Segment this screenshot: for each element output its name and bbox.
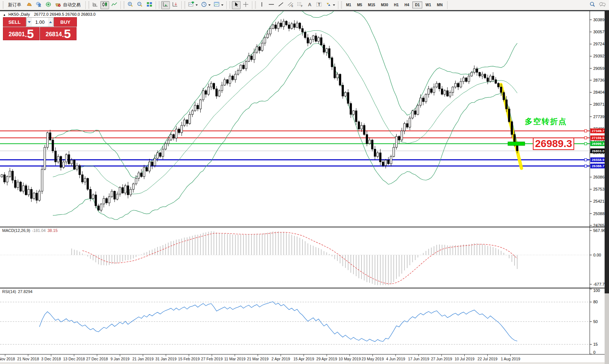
svg-text:27159.5: 27159.5	[592, 136, 605, 140]
timeframe-group: M1M5M15M30H1H4D1W1MN	[343, 1, 446, 8]
toolbar-separator	[181, 1, 182, 9]
sell-button[interactable]: SELL	[3, 17, 26, 27]
horizontal-line-icon	[268, 1, 275, 9]
svg-text:9 Nov 2018: 9 Nov 2018	[0, 357, 15, 361]
tile-windows-icon	[146, 1, 153, 9]
shapes-caret	[333, 4, 335, 6]
candlestick-chart-button[interactable]	[100, 1, 109, 9]
macd-main-value: -181.04	[32, 228, 45, 233]
periods-clock-icon	[201, 1, 207, 9]
svg-text:17 Jun 2019: 17 Jun 2019	[408, 357, 429, 361]
text-label-icon: T	[316, 1, 322, 9]
tile-windows-button[interactable]	[145, 1, 154, 9]
window-bottom-edge	[0, 362, 609, 364]
svg-text:21 Nov 2018: 21 Nov 2018	[17, 357, 39, 361]
crosshair-icon	[242, 1, 249, 9]
svg-text:100: 100	[593, 288, 600, 293]
toolbar-separator	[447, 1, 448, 9]
svg-text:26803.0: 26803.0	[592, 149, 604, 153]
timeframe-d1-button[interactable]: D1	[412, 1, 422, 8]
zoom-in-button[interactable]	[126, 1, 135, 9]
volume-stepper	[26, 17, 53, 27]
fibonacci-button[interactable]: F	[296, 1, 304, 9]
periods-button[interactable]	[200, 1, 212, 9]
horizontal-line-button[interactable]	[267, 1, 276, 9]
volume-decrease-button[interactable]	[27, 18, 32, 26]
bar-chart-button[interactable]	[91, 1, 100, 9]
toolbar-grip	[3, 1, 4, 9]
price-label-annotation[interactable]: 26989.3	[533, 138, 574, 150]
templates-caret	[221, 4, 223, 6]
svg-text:T: T	[318, 2, 320, 7]
timeframe-m5-button[interactable]: M5	[354, 1, 365, 8]
toolbar-grip	[123, 1, 125, 9]
svg-text:23 May 2019: 23 May 2019	[361, 357, 384, 361]
toolbar-grip	[341, 1, 342, 9]
timeframe-m15-button[interactable]: M15	[365, 1, 378, 8]
new-order-button[interactable]: 新订单	[5, 1, 24, 9]
rsi-pane-label: RSI(14)27.8294	[2, 289, 33, 294]
indicators-button[interactable]	[187, 1, 199, 9]
timeframe-h4-button[interactable]: H4	[402, 1, 412, 8]
toolbar-separator	[338, 1, 338, 9]
text-a-icon: A	[306, 1, 313, 9]
svg-text:27 Feb 2019: 27 Feb 2019	[201, 357, 223, 361]
text-label-button[interactable]: T	[315, 1, 323, 9]
right-scrollbar-strip[interactable]	[605, 11, 609, 293]
toolbar-separator	[85, 1, 86, 9]
svg-text:26558.9: 26558.9	[592, 158, 604, 162]
auto-trading-button[interactable]: 自动交易	[53, 1, 83, 9]
svg-text:27 Dec 2018: 27 Dec 2018	[86, 357, 108, 361]
trendline-button[interactable]	[276, 1, 285, 9]
timeframe-mn-button[interactable]: MN	[434, 1, 445, 8]
buy-price-main: 26814	[46, 29, 62, 40]
svg-text:27349.7: 27349.7	[592, 129, 604, 133]
toolbar-grip	[255, 1, 256, 9]
vertical-line-button[interactable]	[257, 1, 266, 9]
text-button[interactable]: A	[305, 1, 314, 9]
main-toolbar: 新订单 自动交易 E F A T M1M5M15M30H1H4D1W1MN	[0, 0, 609, 10]
auto-scroll-icon	[162, 1, 169, 9]
svg-text:A: A	[308, 2, 312, 7]
shapes-button[interactable]	[324, 1, 336, 9]
buy-button[interactable]: BUY	[54, 17, 77, 27]
chart-canvas[interactable]: 30389.530057.029724.529392.029059.528736…	[0, 0, 609, 364]
timeframe-w1-button[interactable]: W1	[423, 1, 434, 8]
sell-price-big: 5	[27, 27, 34, 40]
buy-price[interactable]: 26814.5	[40, 27, 77, 40]
chat-button[interactable]	[598, 1, 607, 9]
community-button[interactable]	[34, 1, 43, 9]
svg-text:0.00: 0.00	[593, 253, 601, 257]
volume-increase-button[interactable]	[48, 18, 53, 26]
svg-text:1 Aug 2019: 1 Aug 2019	[501, 357, 520, 361]
fibonacci-icon: F	[297, 1, 303, 9]
toolbar-grip	[159, 1, 160, 9]
toolbar-grip	[88, 1, 89, 9]
templates-button[interactable]	[212, 1, 224, 9]
timeframe-h1-button[interactable]: H1	[391, 1, 401, 8]
macd-pane-label: MACD(12,26,9)-181.0438.15	[2, 228, 57, 233]
one-click-trading-panel: SELL BUY 26801.5 26814.5	[3, 17, 77, 40]
crosshair-button[interactable]	[241, 1, 250, 9]
line-chart-button[interactable]	[110, 1, 119, 9]
equidistant-channel-button[interactable]: E	[286, 1, 295, 9]
timeframe-m1-button[interactable]: M1	[344, 1, 354, 8]
sell-price[interactable]: 26801.5	[3, 27, 40, 40]
auto-scroll-button[interactable]	[161, 1, 170, 9]
svg-text:29 Apr 2019: 29 Apr 2019	[316, 357, 337, 361]
zoom-out-button[interactable]	[135, 1, 144, 9]
timeframe-m30-button[interactable]: M30	[378, 1, 390, 8]
volume-input[interactable]	[32, 18, 48, 26]
search-button[interactable]	[588, 1, 597, 9]
svg-text:80: 80	[593, 300, 598, 304]
sell-price-main: 26801	[9, 29, 25, 40]
search-icon	[589, 1, 596, 9]
chart-shift-button[interactable]	[171, 1, 179, 9]
toolbar-grip	[184, 1, 185, 9]
collapse-triangle-icon: ▲	[3, 13, 6, 16]
periods-caret	[208, 4, 211, 6]
vertical-line-icon	[259, 1, 265, 9]
cursor-button[interactable]	[232, 1, 241, 9]
signals-button[interactable]	[44, 1, 53, 9]
history-center-button[interactable]	[25, 1, 34, 9]
